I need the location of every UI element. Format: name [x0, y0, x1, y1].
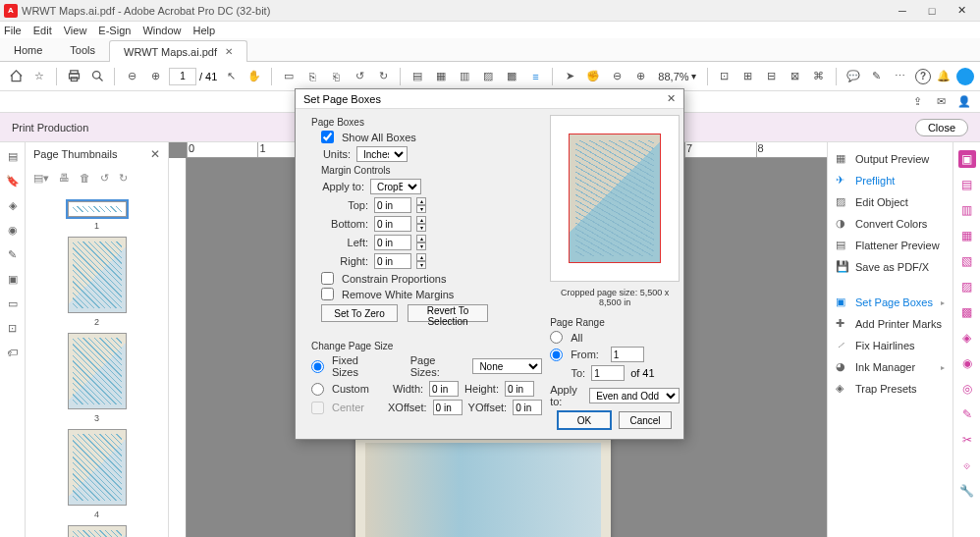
thumb-rotate-cw-icon[interactable]: ↻	[119, 172, 128, 185]
tool-b-icon[interactable]: ⊞	[738, 67, 758, 86]
close-panel-button[interactable]: Close	[915, 119, 968, 136]
fixed-sizes-radio[interactable]	[311, 360, 324, 373]
hand-icon[interactable]: ✋	[245, 67, 264, 86]
all-radio[interactable]	[550, 331, 563, 344]
content-rail-icon[interactable]: ▭	[8, 297, 18, 310]
zoom-out-icon[interactable]: ⊖	[122, 67, 141, 86]
top-up-icon[interactable]: ▴	[416, 197, 426, 205]
range-apply-select[interactable]: Even and Odd Pages	[589, 388, 680, 403]
far-tool-8-icon[interactable]: ◈	[958, 329, 976, 347]
revert-button[interactable]: Revert To Selection	[408, 304, 488, 322]
tool-d-icon[interactable]: ⊠	[786, 67, 805, 86]
bottom-up-icon[interactable]: ▴	[416, 216, 426, 224]
ok-button[interactable]: OK	[558, 411, 611, 429]
far-tool-6-icon[interactable]: ▨	[958, 278, 976, 295]
from-radio[interactable]	[550, 349, 563, 361]
snap-icon[interactable]: ≡	[525, 67, 545, 86]
search-icon[interactable]	[87, 67, 107, 86]
far-tool-2-icon[interactable]: ▤	[958, 176, 976, 193]
page-input[interactable]	[169, 68, 196, 85]
rp-output-preview[interactable]: ▦Output Preview	[828, 148, 953, 170]
constrain-check[interactable]	[321, 272, 334, 285]
right-up-icon[interactable]: ▴	[416, 253, 426, 261]
left-up-icon[interactable]: ▴	[416, 235, 426, 242]
thumbnail-2[interactable]	[68, 237, 127, 313]
far-tool-10-icon[interactable]: ◎	[958, 380, 976, 398]
page-sizes-select[interactable]: None	[472, 358, 542, 374]
custom-radio[interactable]	[311, 383, 324, 396]
thumbnails-close-icon[interactable]: ✕	[150, 147, 160, 161]
tab-document[interactable]: WRWT Maps.ai.pdf ✕	[109, 40, 247, 62]
tag-rail-icon[interactable]: 🏷	[7, 347, 18, 358]
thumb-delete-icon[interactable]: 🗑	[80, 172, 90, 184]
show-all-boxes-check[interactable]	[321, 131, 334, 143]
attach-rail-icon[interactable]: ◉	[8, 224, 18, 237]
layers-rail-icon[interactable]: ◈	[9, 199, 17, 212]
far-tool-4-icon[interactable]: ▦	[958, 227, 976, 244]
tab-close-icon[interactable]: ✕	[225, 46, 233, 57]
info-rail-icon[interactable]: ▣	[8, 273, 18, 286]
width-input[interactable]	[429, 381, 459, 397]
rp-save-pdfx[interactable]: 💾Save as PDF/X	[828, 256, 953, 278]
far-tool-9-icon[interactable]: ◉	[958, 354, 976, 372]
rp-edit-object[interactable]: ▨Edit Object	[828, 191, 953, 213]
cursor-icon[interactable]: ↖	[221, 67, 241, 86]
far-tool-7-icon[interactable]: ▩	[958, 303, 976, 321]
xoffset-input[interactable]	[433, 400, 463, 415]
home-icon[interactable]	[6, 67, 26, 86]
menu-file[interactable]: File	[4, 25, 22, 36]
bookmark-rail-icon[interactable]: 🔖	[6, 175, 20, 188]
dialog-close-icon[interactable]: ✕	[667, 92, 676, 105]
rotate-cw-icon[interactable]: ↻	[373, 67, 393, 86]
avatar[interactable]	[956, 68, 974, 85]
tool-e-icon[interactable]: ⌘	[809, 67, 829, 86]
top-down-icon[interactable]: ▾	[416, 205, 426, 213]
comment-icon[interactable]: 💬	[844, 67, 863, 86]
height-input[interactable]	[505, 381, 534, 397]
more-icon[interactable]: ⋯	[891, 67, 910, 86]
rp-trap-presets[interactable]: ◈Trap Presets	[828, 378, 953, 400]
far-tool-14-icon[interactable]: 🔧	[958, 482, 976, 500]
sig-rail-icon[interactable]: ✎	[8, 248, 17, 261]
bottom-input[interactable]	[374, 216, 411, 232]
mail-icon[interactable]: ✉	[931, 92, 951, 112]
from-input[interactable]	[611, 347, 644, 362]
user-icon[interactable]: 👤	[954, 92, 974, 112]
thumbnail-1[interactable]	[68, 201, 127, 217]
thumb-rotate-ccw-icon[interactable]: ↺	[100, 172, 109, 185]
rp-convert-colors[interactable]: ◑Convert Colors	[828, 213, 953, 235]
rp-flattener[interactable]: ▤Flattener Preview	[828, 235, 953, 256]
left-input[interactable]	[374, 235, 411, 250]
minus-circle-icon[interactable]: ⊖	[607, 67, 626, 86]
help-icon[interactable]: ?	[915, 69, 931, 84]
share-icon[interactable]: ⇪	[907, 92, 927, 112]
set-zero-button[interactable]: Set To Zero	[321, 304, 398, 322]
remove-white-check[interactable]	[321, 288, 334, 300]
right-input[interactable]	[374, 253, 411, 269]
bottom-down-icon[interactable]: ▾	[416, 224, 426, 232]
star-icon[interactable]: ☆	[29, 67, 49, 86]
zoom-select[interactable]: 88,7% ▾	[654, 71, 699, 82]
rp-set-page-boxes[interactable]: ▣Set Page Boxes▸	[828, 292, 953, 313]
thumbnails-rail-icon[interactable]: ▤	[8, 150, 18, 163]
guides-icon[interactable]: ▩	[502, 67, 521, 86]
rp-fix-hairlines[interactable]: ⟋Fix Hairlines	[828, 335, 953, 356]
cancel-button[interactable]: Cancel	[619, 411, 672, 429]
top-input[interactable]	[374, 197, 411, 213]
select-icon[interactable]: ▭	[279, 67, 299, 86]
menu-window[interactable]: Window	[142, 25, 181, 36]
left-down-icon[interactable]: ▾	[416, 242, 426, 250]
units-select[interactable]: Inches	[356, 146, 408, 162]
order-rail-icon[interactable]: ⊡	[8, 322, 17, 335]
minimize-button[interactable]: ─	[888, 1, 917, 21]
tool-c-icon[interactable]: ⊟	[762, 67, 782, 86]
far-tool-12-icon[interactable]: ✂	[958, 431, 976, 449]
grid-icon[interactable]: ▨	[478, 67, 498, 86]
page-extract-icon[interactable]: ⎘	[302, 67, 322, 86]
tab-home[interactable]: Home	[0, 39, 56, 61]
page-fit-icon[interactable]: ▦	[431, 67, 451, 86]
thumbnail-4[interactable]	[68, 429, 127, 506]
tool-a-icon[interactable]: ⊡	[715, 67, 735, 86]
pan-icon[interactable]: ✊	[583, 67, 603, 86]
to-input[interactable]	[591, 365, 625, 381]
